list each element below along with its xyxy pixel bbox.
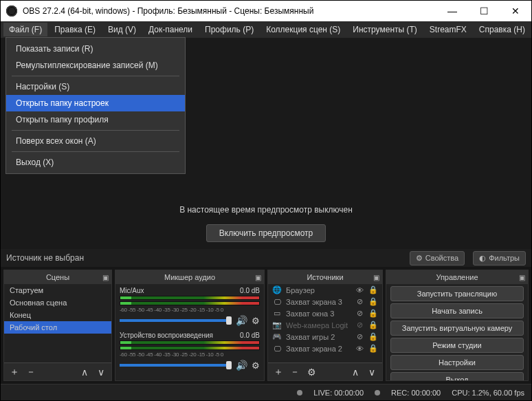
- live-timer: LIVE: 00:00:00: [313, 389, 364, 397]
- file-menu-dropdown: Показать записи (R)Ремультиплексирование…: [5, 37, 186, 174]
- channel-db: 0.0 dB: [240, 332, 260, 339]
- scenes-panel: Сцены▣ СтартуемОсновная сценаКонецРабочи…: [3, 270, 112, 381]
- lock-icon[interactable]: 🔒: [368, 321, 378, 329]
- scene-item[interactable]: Рабочий стол: [4, 321, 111, 334]
- popout-icon[interactable]: ▣: [373, 274, 379, 281]
- scene-down-button[interactable]: ∨: [93, 365, 109, 379]
- control-button[interactable]: Режим студии: [390, 338, 524, 353]
- monitor-icon: 🖵: [272, 298, 282, 306]
- lock-icon[interactable]: 🔒: [368, 309, 378, 318]
- control-button[interactable]: Запустить трансляцию: [390, 286, 524, 301]
- properties-button[interactable]: ⚙Свойства: [410, 251, 465, 265]
- source-item[interactable]: 🖵Захват экрана 3⊘🔒: [268, 296, 382, 307]
- window-icon: ▭: [272, 309, 282, 318]
- menu-view[interactable]: Вид (V): [102, 23, 142, 36]
- source-item[interactable]: 🖵Захват экрана 2👁🔒: [268, 343, 382, 354]
- maximize-button[interactable]: ☐: [468, 1, 500, 21]
- menu-item[interactable]: Открыть папку настроек: [6, 95, 185, 111]
- no-source-label: Источник не выбран: [6, 253, 84, 263]
- channel-name: Устройство воспроизведения: [120, 332, 213, 339]
- visibility-toggle-icon[interactable]: ⊘: [355, 297, 364, 306]
- volume-slider[interactable]: [120, 364, 232, 367]
- game-icon: 🎮: [272, 332, 282, 341]
- menubar: Файл (F) Правка (E) Вид (V) Док-панели П…: [1, 21, 531, 38]
- gear-icon: ⚙: [416, 254, 423, 263]
- volume-slider[interactable]: [120, 319, 232, 322]
- menu-item[interactable]: Ремультиплексирование записей (M): [6, 57, 185, 74]
- menu-file[interactable]: Файл (F): [3, 23, 47, 36]
- statusbar: LIVE: 00:00:00 REC: 00:00:00 CPU: 1.2%, …: [1, 384, 531, 400]
- source-item[interactable]: ▭Захват окна 3⊘🔒: [268, 307, 382, 319]
- lock-icon[interactable]: 🔒: [368, 285, 378, 294]
- source-props-button[interactable]: ⚙: [304, 365, 319, 379]
- menu-item[interactable]: Выход (X): [6, 154, 185, 171]
- menu-streamfx[interactable]: StreamFX: [424, 23, 472, 36]
- mixer-title: Микшер аудио: [164, 273, 215, 281]
- app-logo-icon: [6, 6, 17, 17]
- control-button[interactable]: Запустить виртуальную камеру: [390, 321, 524, 336]
- scene-item[interactable]: Стартуем: [4, 284, 111, 296]
- control-button[interactable]: Начать запись: [390, 303, 524, 318]
- visibility-toggle-icon[interactable]: 👁: [355, 345, 364, 353]
- source-item[interactable]: 🎮Захват игры 2⊘🔒: [268, 331, 382, 343]
- minimize-button[interactable]: —: [436, 1, 468, 21]
- popout-icon[interactable]: ▣: [102, 274, 109, 281]
- source-up-button[interactable]: ∧: [348, 365, 363, 379]
- globe-icon: 🌐: [272, 285, 282, 294]
- filters-button[interactable]: ◐Фильтры: [473, 251, 526, 265]
- controls-title: Управление: [436, 273, 478, 281]
- lock-icon[interactable]: 🔒: [368, 332, 378, 341]
- vu-meter: [120, 301, 260, 305]
- menu-item[interactable]: Настройки (S): [6, 78, 185, 95]
- source-name: Web-камера Logit: [286, 321, 351, 329]
- speaker-icon[interactable]: 🔊: [236, 315, 247, 326]
- enable-preview-button[interactable]: Включить предпросмотр: [206, 224, 326, 242]
- menu-dock[interactable]: Док-панели: [143, 23, 198, 36]
- add-source-button[interactable]: ＋: [271, 365, 286, 379]
- mixer-panel: Микшер аудио▣ Mic/Aux0.0 dB-60 -55 -50 -…: [115, 270, 265, 381]
- status-dot-icon: [297, 390, 302, 395]
- close-button[interactable]: ✕: [500, 1, 531, 21]
- cpu-stats: CPU: 1.2%, 60.00 fps: [452, 389, 524, 397]
- control-button[interactable]: Настройки: [390, 355, 524, 370]
- gear-icon[interactable]: ⚙: [252, 316, 260, 326]
- menu-item[interactable]: Показать записи (R): [6, 41, 185, 57]
- lock-icon[interactable]: 🔒: [368, 297, 378, 306]
- control-button[interactable]: Выход: [390, 372, 524, 380]
- popout-icon[interactable]: ▣: [519, 274, 525, 281]
- menu-item[interactable]: Поверх всех окон (A): [6, 133, 185, 149]
- gear-icon[interactable]: ⚙: [252, 360, 260, 371]
- source-down-button[interactable]: ∨: [364, 365, 379, 379]
- menu-item[interactable]: Открыть папку профиля: [6, 111, 185, 128]
- source-name: Захват экрана 2: [286, 345, 351, 353]
- menu-scene-collection[interactable]: Коллекция сцен (S): [261, 23, 346, 36]
- remove-scene-button[interactable]: －: [23, 365, 38, 379]
- remove-source-button[interactable]: －: [287, 365, 302, 379]
- scene-item[interactable]: Основная сцена: [4, 296, 111, 309]
- source-name: Браузер: [286, 286, 351, 294]
- sources-title: Источники: [307, 273, 343, 281]
- scene-item[interactable]: Конец: [4, 309, 111, 321]
- add-scene-button[interactable]: ＋: [7, 365, 22, 379]
- source-name: Захват игры 2: [286, 333, 351, 341]
- speaker-icon[interactable]: 🔊: [236, 360, 247, 371]
- source-item[interactable]: 🌐Браузер👁🔒: [268, 284, 382, 296]
- preview-disabled-text: В настоящее время предпросмотр выключен: [179, 205, 353, 215]
- visibility-toggle-icon[interactable]: ⊘: [355, 321, 364, 329]
- source-name: Захват окна 3: [286, 310, 351, 318]
- window-title: OBS 27.2.4 (64-bit, windows) - Профиль: …: [23, 6, 436, 16]
- lock-icon[interactable]: 🔒: [368, 344, 378, 353]
- popout-icon[interactable]: ▣: [255, 274, 261, 281]
- menu-help[interactable]: Справка (H): [474, 23, 531, 36]
- visibility-toggle-icon[interactable]: ⊘: [355, 332, 364, 341]
- menu-tools[interactable]: Инструменты (T): [347, 23, 422, 36]
- scene-up-button[interactable]: ∧: [77, 365, 92, 379]
- channel-name: Mic/Aux: [120, 287, 144, 294]
- filter-icon: ◐: [479, 254, 486, 263]
- menu-profile[interactable]: Профиль (P): [199, 23, 259, 36]
- titlebar: OBS 27.2.4 (64-bit, windows) - Профиль: …: [1, 1, 531, 21]
- source-item[interactable]: 📷Web-камера Logit⊘🔒: [268, 319, 382, 331]
- menu-edit[interactable]: Правка (E): [49, 23, 101, 36]
- visibility-toggle-icon[interactable]: ⊘: [355, 309, 364, 318]
- visibility-toggle-icon[interactable]: 👁: [355, 286, 364, 294]
